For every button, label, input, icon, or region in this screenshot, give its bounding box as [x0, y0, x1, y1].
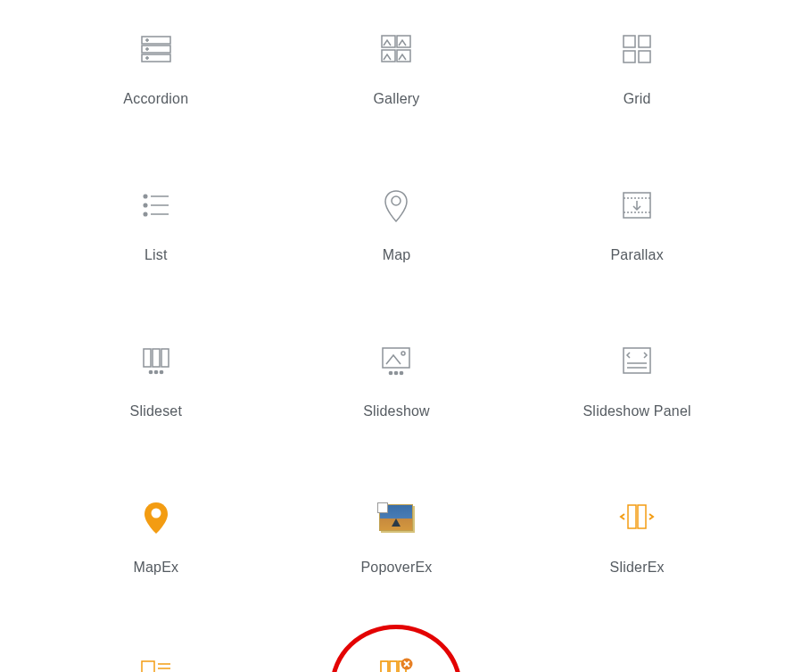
svg-point-31 [149, 370, 152, 373]
widget-grid: Accordion Gallery Grid List Map Parallax… [0, 9, 793, 672]
gallery-icon [378, 27, 414, 71]
grid-icon [619, 27, 655, 71]
list-icon [138, 183, 174, 228]
svg-rect-54 [390, 661, 397, 672]
mapex-icon [138, 495, 174, 540]
sliderex-icon [617, 495, 657, 540]
widget-label: List [145, 247, 168, 263]
svg-point-35 [401, 352, 405, 355]
widget-label: Slideshow Panel [583, 403, 691, 419]
widget-item-grid[interactable]: Grid [516, 27, 757, 107]
widget-label: Grid [624, 91, 651, 107]
widget-item-slideset[interactable]: Slideset [36, 339, 277, 419]
widget-item-map[interactable]: Map [277, 183, 517, 263]
svg-rect-53 [381, 661, 388, 672]
svg-rect-14 [639, 36, 650, 47]
widget-item-slidesetex[interactable]: SlidesetEx [277, 651, 517, 672]
svg-point-19 [144, 203, 147, 207]
widget-label: MapEx [133, 560, 178, 576]
svg-rect-43 [628, 505, 636, 528]
svg-point-32 [154, 370, 157, 373]
slideset-icon [138, 339, 174, 384]
widget-item-mapex[interactable]: MapEx [36, 495, 277, 576]
widget-item-list[interactable]: List [36, 183, 277, 263]
widget-item-accordion[interactable]: Accordion [36, 27, 277, 107]
svg-rect-16 [639, 51, 650, 62]
svg-rect-30 [161, 349, 169, 367]
widget-item-sliderex[interactable]: SliderEx [516, 495, 757, 576]
svg-point-36 [390, 371, 392, 374]
slideshowpanel-icon [619, 339, 655, 384]
svg-rect-28 [144, 349, 151, 367]
widget-item-popoverex[interactable]: PopoverEx [277, 495, 517, 576]
svg-point-37 [395, 371, 398, 374]
widget-label: PopoverEx [360, 560, 432, 576]
svg-point-23 [392, 196, 401, 205]
svg-point-42 [151, 509, 161, 519]
accordion-icon [138, 27, 174, 71]
widget-label: Gallery [373, 91, 419, 107]
widget-item-gridstackex[interactable]: Grid Stack Ex [36, 651, 277, 672]
widget-item-slideshow[interactable]: Slideshow [277, 339, 517, 419]
svg-rect-15 [624, 51, 635, 62]
svg-rect-45 [142, 661, 154, 672]
widget-label: SliderEx [610, 560, 665, 576]
svg-rect-44 [638, 505, 646, 528]
svg-point-33 [160, 370, 162, 373]
popoverex-icon [379, 495, 413, 540]
widget-label: Slideshow [363, 403, 430, 419]
map-pin-icon [378, 183, 414, 228]
widget-label: Map [383, 247, 411, 263]
svg-point-38 [401, 371, 403, 374]
widget-label: Slideset [130, 403, 183, 419]
svg-point-17 [144, 195, 147, 198]
widget-item-parallax[interactable]: Parallax [516, 183, 757, 263]
svg-rect-39 [624, 348, 650, 373]
widget-label: Accordion [123, 91, 188, 107]
slideshow-icon [378, 339, 414, 384]
widget-label: Parallax [610, 247, 663, 263]
svg-rect-29 [153, 349, 160, 367]
parallax-icon [619, 183, 655, 228]
slidesetex-icon [377, 651, 415, 672]
gridstackex-icon [138, 651, 174, 672]
svg-point-21 [144, 212, 147, 216]
widget-item-slideshow-panel[interactable]: Slideshow Panel [516, 339, 757, 419]
svg-rect-13 [624, 36, 635, 47]
widget-item-gallery[interactable]: Gallery [277, 27, 517, 107]
